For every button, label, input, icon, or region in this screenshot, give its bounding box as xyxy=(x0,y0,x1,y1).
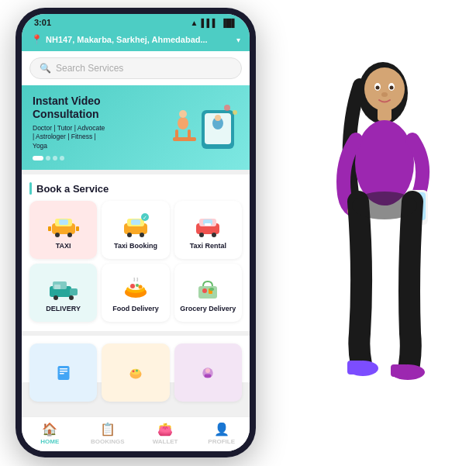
banner-dot-4 xyxy=(60,156,64,161)
svg-point-54 xyxy=(136,369,138,371)
search-container: 🔍 Search Services xyxy=(22,51,250,85)
service-label-taxi-rental: Taxi Rental xyxy=(190,242,226,250)
svg-point-40 xyxy=(130,284,135,288)
service-label-food: Food Delivery xyxy=(112,305,159,312)
svg-text:✓: ✓ xyxy=(143,215,147,220)
wallet-icon: 👛 xyxy=(157,422,173,437)
section-bar-accent xyxy=(29,182,32,195)
svg-rect-73 xyxy=(347,361,363,375)
service-row-delivery: DELIVERY xyxy=(29,264,242,322)
service-card-taxi-rental[interactable]: Taxi Rental xyxy=(174,201,242,259)
nav-label-bookings: BOOKINGS xyxy=(91,438,125,445)
book-service-section: Book a Service xyxy=(22,174,250,331)
taxi-booking-icon: ✓ xyxy=(120,211,151,239)
battery-icon: ▐█▌ xyxy=(221,19,237,27)
svg-rect-75 xyxy=(391,364,408,377)
svg-point-41 xyxy=(136,284,139,287)
taxi-rental-icon xyxy=(192,211,223,239)
scroll-content: 🔍 Search Services Instant VideoConsultat… xyxy=(22,51,250,416)
svg-point-33 xyxy=(53,295,58,300)
svg-rect-35 xyxy=(70,288,78,295)
nav-item-home[interactable]: 🏠 HOME xyxy=(34,422,65,445)
service-card-taxi[interactable]: TAXI xyxy=(29,201,97,259)
service-label-delivery: DELIVERY xyxy=(46,305,81,312)
svg-point-34 xyxy=(69,295,74,300)
svg-point-53 xyxy=(132,370,134,372)
service-card-more-1[interactable] xyxy=(29,343,97,402)
svg-rect-48 xyxy=(59,368,67,370)
service-card-grocery[interactable]: Grocery Delivery xyxy=(174,264,242,322)
banner-title: Instant VideoConsultation xyxy=(33,95,169,121)
svg-rect-17 xyxy=(59,219,68,225)
svg-point-63 xyxy=(390,86,394,90)
location-text: NH147, Makarba, Sarkhej, Ahmedabad... xyxy=(46,35,233,44)
svg-point-27 xyxy=(199,233,204,237)
profile-icon: 👤 xyxy=(214,422,229,437)
svg-rect-15 xyxy=(48,226,51,231)
svg-rect-57 xyxy=(205,374,212,378)
more-services-partial xyxy=(22,336,250,382)
svg-rect-2 xyxy=(188,129,191,141)
service-row-taxi: TAXI ✓ xyxy=(29,201,242,259)
banner-text: Instant VideoConsultation Doctor | Tutor… xyxy=(33,95,169,161)
search-icon: 🔍 xyxy=(40,63,51,74)
wifi-icon: ▲ xyxy=(191,19,198,27)
service-label-grocery: Grocery Delivery xyxy=(180,305,236,312)
section-title: Book a Service xyxy=(36,183,109,195)
svg-point-59 xyxy=(364,67,405,111)
location-bar[interactable]: 📍 NH147, Makarba, Sarkhej, Ahmedabad... … xyxy=(22,31,250,51)
service-card-more-3[interactable] xyxy=(174,343,242,402)
svg-rect-49 xyxy=(59,371,67,372)
svg-point-10 xyxy=(233,110,237,115)
nav-label-home: HOME xyxy=(40,438,59,445)
location-pin-icon: 📍 xyxy=(31,34,43,45)
service-card-delivery[interactable]: DELIVERY xyxy=(29,264,97,322)
bookings-icon: 📋 xyxy=(100,422,116,437)
svg-rect-65 xyxy=(378,107,391,121)
svg-point-46 xyxy=(209,288,214,291)
svg-point-20 xyxy=(127,233,132,237)
nav-item-profile[interactable]: 👤 PROFILE xyxy=(206,422,237,445)
status-icons: ▲ ▌▌▌ ▐█▌ xyxy=(191,19,237,27)
service-row-more xyxy=(29,343,242,402)
svg-rect-16 xyxy=(76,226,79,231)
svg-point-76 xyxy=(352,192,417,219)
svg-point-44 xyxy=(202,288,207,293)
more-icon-3 xyxy=(192,359,223,387)
svg-rect-30 xyxy=(205,223,211,226)
nav-label-wallet: WALLET xyxy=(153,438,178,445)
phone-screen: 3:01 ▲ ▌▌▌ ▐█▌ 📍 NH147, Makarba, Sarkhej… xyxy=(22,14,250,451)
home-icon: 🏠 xyxy=(42,422,57,437)
svg-point-64 xyxy=(381,92,388,97)
svg-rect-22 xyxy=(131,219,140,225)
status-time: 3:01 xyxy=(34,18,51,27)
svg-rect-1 xyxy=(175,129,178,141)
svg-point-4 xyxy=(179,110,187,118)
service-card-more-2[interactable] xyxy=(102,343,169,402)
svg-point-9 xyxy=(224,105,230,111)
service-label-taxi-booking: Taxi Booking xyxy=(114,242,157,250)
section-header: Book a Service xyxy=(29,182,242,195)
svg-point-14 xyxy=(67,233,72,237)
search-input[interactable]: Search Services xyxy=(56,63,123,74)
banner-dot-1 xyxy=(33,156,43,161)
service-card-food[interactable]: Food Delivery xyxy=(102,264,169,322)
banner: Instant VideoConsultation Doctor | Tutor… xyxy=(22,85,250,170)
nav-label-profile: PROFILE xyxy=(208,438,235,445)
service-label-taxi: TAXI xyxy=(56,242,71,250)
svg-rect-43 xyxy=(198,286,217,299)
woman-illustration xyxy=(298,39,453,442)
status-bar: 3:01 ▲ ▌▌▌ ▐█▌ xyxy=(22,14,250,31)
service-card-taxi-booking[interactable]: ✓ Taxi Booking xyxy=(102,201,169,259)
food-delivery-icon xyxy=(120,274,151,302)
nav-item-bookings[interactable]: 📋 BOOKINGS xyxy=(91,422,125,445)
location-dropdown-icon[interactable]: ▾ xyxy=(236,36,240,44)
svg-rect-50 xyxy=(59,373,64,375)
svg-point-56 xyxy=(205,368,210,373)
nav-item-wallet[interactable]: 👛 WALLET xyxy=(150,422,181,445)
svg-point-42 xyxy=(138,285,142,288)
more-icon-1 xyxy=(48,359,79,387)
search-bar[interactable]: 🔍 Search Services xyxy=(29,57,242,79)
svg-point-3 xyxy=(178,117,188,129)
svg-point-8 xyxy=(215,115,221,121)
